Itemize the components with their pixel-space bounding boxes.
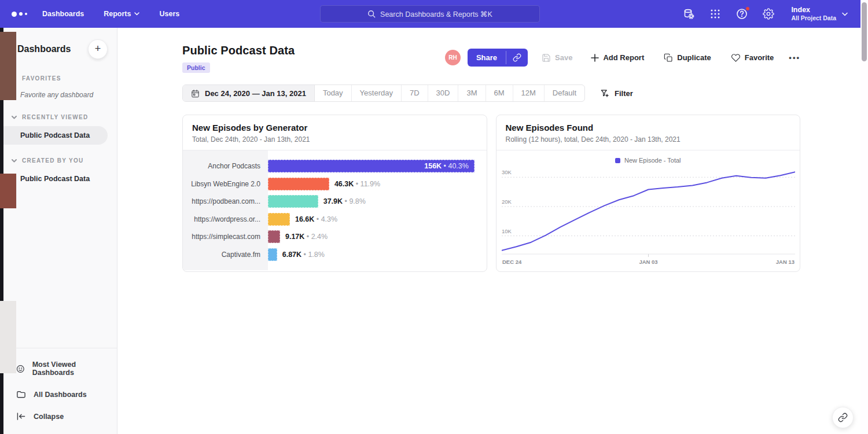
link-icon <box>513 53 521 62</box>
bar-chart-subtitle: Total, Dec 24th, 2020 - Jan 13th, 2021 <box>192 135 477 144</box>
recent-section-header[interactable]: RECENTLY VIEWED <box>3 111 117 124</box>
nav-users[interactable]: Users <box>159 10 179 18</box>
page-title: Public Podcast Data <box>182 44 295 57</box>
created-section-header[interactable]: CREATED BY YOU <box>3 154 117 167</box>
date-range-picker[interactable]: Dec 24, 2020 — Jan 13, 2021 <box>183 85 315 101</box>
bar[interactable] <box>268 213 290 226</box>
bar-value-label: 156K • 40.3% <box>424 162 469 170</box>
chevron-down-icon <box>842 12 848 16</box>
duplicate-button[interactable]: Duplicate <box>664 53 711 62</box>
all-dashboards-label: All Dashboards <box>34 391 87 399</box>
svg-text:10K: 10K <box>502 228 512 234</box>
favorite-button[interactable]: Favorite <box>731 53 774 62</box>
add-dashboard-button[interactable]: + <box>88 39 108 59</box>
bar-row: Libsyn WebEngine 2.046.3K • 11.9% <box>183 175 487 193</box>
date-presets: TodayYesterday7D30D3M6M12MDefault <box>315 85 584 101</box>
legend: New Episode - Total <box>502 153 795 166</box>
bar-row: https://simplecast.com9.17K • 2.4% <box>183 228 487 246</box>
line-chart-subtitle: Rolling (12 hours), total, Dec 24th, 202… <box>506 135 791 144</box>
collapse-sidebar-button[interactable]: Collapse <box>3 406 117 427</box>
preset-12m[interactable]: 12M <box>513 85 545 101</box>
sidebar-section-favorites: FAVORITES Favorite any dashboard <box>3 72 117 101</box>
bar-category-label: https://wordpress.or... <box>183 215 268 223</box>
app-window: Dashboards Reports Users Search Dashboar… <box>0 0 868 434</box>
save-label: Save <box>555 53 572 62</box>
filter-button[interactable]: Filter <box>600 89 633 98</box>
sidebar-item-public-podcast-data[interactable]: Public Podcast Data <box>3 126 108 145</box>
nav-dashboards-label: Dashboards <box>42 10 84 18</box>
dashboard-actions: RH Share Save Add Report <box>445 49 800 67</box>
data-sources-icon[interactable] <box>682 8 695 20</box>
nav-dashboards[interactable]: Dashboards <box>42 10 84 18</box>
collapse-label: Collapse <box>34 413 64 421</box>
search-input[interactable]: Search Dashboards & Reports ⌘K <box>320 5 540 23</box>
preset-yesterday[interactable]: Yesterday <box>352 85 402 101</box>
workspace-switcher[interactable]: Index All Project Data <box>791 6 848 23</box>
settings-gear-icon[interactable] <box>762 8 775 20</box>
legend-swatch <box>615 158 620 163</box>
sidebar-item-public-podcast-data-2[interactable]: Public Podcast Data <box>3 170 117 188</box>
workspace-name: Index <box>791 6 836 15</box>
copy-link-fab[interactable] <box>832 407 854 428</box>
primary-nav: Dashboards Reports Users <box>42 10 179 18</box>
most-viewed-dashboards-button[interactable]: Most Viewed Dashboards <box>3 354 117 383</box>
add-report-label: Add Report <box>603 53 644 62</box>
legend-label: New Episode - Total <box>624 157 681 164</box>
apps-grid-icon[interactable] <box>709 8 722 20</box>
sidebar-title: Dashboards <box>17 44 71 54</box>
bar[interactable] <box>268 248 277 261</box>
nav-reports[interactable]: Reports <box>104 10 139 18</box>
preset-7d[interactable]: 7D <box>402 85 428 101</box>
line-chart-svg: 10K20K30KDEC 24JAN 03JAN 13 <box>502 166 795 270</box>
page-scrollbar <box>860 0 868 434</box>
svg-text:JAN 13: JAN 13 <box>775 259 794 265</box>
bar-row: https://podbean.com...37.9K • 9.8% <box>183 193 487 211</box>
help-icon[interactable] <box>735 8 748 20</box>
duplicate-icon <box>664 53 673 62</box>
main-content: Public Podcast Data Public RH Share Sa <box>117 28 860 434</box>
bar[interactable]: 156K • 40.3% <box>268 160 475 172</box>
preset-default[interactable]: Default <box>545 85 584 101</box>
favorites-section-header[interactable]: FAVORITES <box>3 72 117 85</box>
bar-value-label: 37.9K • 9.8% <box>323 197 366 205</box>
all-dashboards-button[interactable]: All Dashboards <box>3 383 117 406</box>
top-navbar: Dashboards Reports Users Search Dashboar… <box>0 0 860 28</box>
avatar[interactable]: RH <box>445 50 461 65</box>
line-chart-title: New Episodes Found <box>506 123 791 133</box>
link-icon <box>838 413 848 422</box>
bar[interactable] <box>268 230 280 243</box>
bar-row: Captivate.fm6.87K • 1.8% <box>183 246 487 264</box>
line-chart-plot: New Episode - Total 10K20K30KDEC 24JAN 0… <box>496 150 800 272</box>
background-window-edge <box>0 28 3 434</box>
search-placeholder: Search Dashboards & Reports ⌘K <box>380 10 492 19</box>
bar-value-label: 16.6K • 4.3% <box>295 215 337 223</box>
sidebar-footer: Most Viewed Dashboards All Dashboards Co… <box>3 348 117 434</box>
chevron-down-icon <box>12 159 17 163</box>
svg-text:30K: 30K <box>502 169 512 175</box>
navbar-right: Index All Project Data <box>682 0 848 28</box>
preset-6m[interactable]: 6M <box>486 85 513 101</box>
scrollbar-thumb[interactable] <box>862 2 867 61</box>
sidebar: Dashboards + FAVORITES Favorite any dash… <box>3 28 117 434</box>
title-block: Public Podcast Data Public <box>182 44 295 73</box>
date-filter-toolbar: Dec 24, 2020 — Jan 13, 2021 TodayYesterd… <box>182 84 800 102</box>
preset-today[interactable]: Today <box>315 85 352 101</box>
more-actions-button[interactable]: ••• <box>789 53 800 62</box>
svg-text:20K: 20K <box>502 198 512 205</box>
share-link-button[interactable] <box>506 49 528 67</box>
app-logo-icon[interactable] <box>12 12 27 17</box>
smiley-icon <box>16 364 25 374</box>
bar-category-label: Libsyn WebEngine 2.0 <box>183 180 268 188</box>
search-icon <box>367 10 376 18</box>
bar[interactable] <box>268 178 329 190</box>
add-report-button[interactable]: Add Report <box>591 53 644 62</box>
preset-3m[interactable]: 3M <box>458 85 486 101</box>
bar[interactable] <box>268 195 318 208</box>
preset-30d[interactable]: 30D <box>428 85 459 101</box>
bar-category-label: Captivate.fm <box>183 251 268 259</box>
save-button[interactable]: Save <box>542 53 572 62</box>
favorite-label: Favorite <box>745 53 774 62</box>
notification-dot <box>745 6 750 11</box>
date-range-control: Dec 24, 2020 — Jan 13, 2021 TodayYesterd… <box>182 84 585 102</box>
share-button[interactable]: Share <box>468 49 506 67</box>
